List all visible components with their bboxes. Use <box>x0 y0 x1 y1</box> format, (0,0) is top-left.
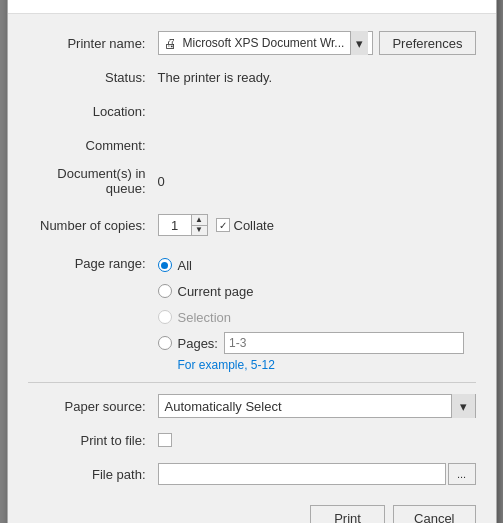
paper-source-label: Paper source: <box>28 399 158 414</box>
file-path-label: File path: <box>28 467 158 482</box>
print-dialog: Print × Printer name: 🖨 Microsoft XPS Do… <box>7 0 497 523</box>
copies-row: Number of copies: 1 ▲ ▼ Collate <box>28 212 476 238</box>
file-path-input[interactable] <box>158 463 446 485</box>
status-label: Status: <box>28 70 158 85</box>
print-to-file-checkbox[interactable] <box>158 433 172 447</box>
spin-buttons: ▲ ▼ <box>191 215 207 235</box>
spin-down-button[interactable]: ▼ <box>192 226 207 236</box>
printer-name-control: 🖨 Microsoft XPS Document Wr... ▾ Prefere… <box>158 31 476 55</box>
radio-selection-label: Selection <box>178 310 231 325</box>
pages-hint: For example, 5-12 <box>158 358 476 372</box>
bottom-buttons: Print Cancel <box>28 499 476 523</box>
page-range-section: Page range: All Current page Selection <box>28 254 476 372</box>
radio-all-label: All <box>178 258 192 273</box>
cancel-button[interactable]: Cancel <box>393 505 475 523</box>
paper-source-value: Automatically Select <box>159 399 451 414</box>
titlebar: Print × <box>8 0 496 14</box>
radio-all[interactable] <box>158 258 172 272</box>
collate-checkbox-row: Collate <box>216 218 274 233</box>
printer-icon: 🖨 <box>163 35 179 51</box>
status-value: The printer is ready. <box>158 70 476 85</box>
copies-value: 1 <box>159 215 191 235</box>
radio-current-row: Current page <box>158 280 476 302</box>
copies-spinner[interactable]: 1 ▲ ▼ <box>158 214 208 236</box>
location-label: Location: <box>28 104 158 119</box>
documents-in-queue-value: 0 <box>158 174 476 189</box>
radio-pages-label: Pages: <box>178 336 218 351</box>
documents-in-queue-label: Document(s) in queue: <box>28 166 158 196</box>
paper-source-arrow[interactable]: ▾ <box>451 394 475 418</box>
documents-in-queue-row: Document(s) in queue: 0 <box>28 166 476 196</box>
printer-name-label: Printer name: <box>28 36 158 51</box>
printer-dropdown[interactable]: 🖨 Microsoft XPS Document Wr... ▾ <box>158 31 374 55</box>
browse-button[interactable]: ... <box>448 463 476 485</box>
pages-input[interactable] <box>224 332 464 354</box>
page-range-label: Page range: <box>28 254 158 271</box>
radio-current-label: Current page <box>178 284 254 299</box>
paper-source-dropdown[interactable]: Automatically Select ▾ <box>158 394 476 418</box>
file-path-row: File path: ... <box>28 461 476 487</box>
close-button[interactable]: × <box>462 0 484 5</box>
radio-selection <box>158 310 172 324</box>
status-row: Status: The printer is ready. <box>28 64 476 90</box>
radio-current[interactable] <box>158 284 172 298</box>
divider <box>28 382 476 383</box>
paper-source-row: Paper source: Automatically Select ▾ <box>28 393 476 419</box>
radio-pages-row: Pages: <box>158 332 476 354</box>
spin-up-button[interactable]: ▲ <box>192 215 207 226</box>
copies-label: Number of copies: <box>28 218 158 233</box>
preferences-button[interactable]: Preferences <box>379 31 475 55</box>
radio-all-row: All <box>158 254 476 276</box>
page-range-options: All Current page Selection Pages: <box>158 254 476 372</box>
radio-selection-row: Selection <box>158 306 476 328</box>
printer-name-row: Printer name: 🖨 Microsoft XPS Document W… <box>28 30 476 56</box>
copies-control: 1 ▲ ▼ Collate <box>158 214 476 236</box>
comment-label: Comment: <box>28 138 158 153</box>
dialog-content: Printer name: 🖨 Microsoft XPS Document W… <box>8 14 496 523</box>
collate-label: Collate <box>234 218 274 233</box>
dialog-title: Print <box>20 0 49 2</box>
printer-dropdown-arrow[interactable]: ▾ <box>350 31 368 55</box>
print-to-file-row: Print to file: <box>28 427 476 453</box>
printer-name-text: Microsoft XPS Document Wr... <box>183 36 347 50</box>
collate-checkbox[interactable] <box>216 218 230 232</box>
radio-pages[interactable] <box>158 336 172 350</box>
print-to-file-label: Print to file: <box>28 433 158 448</box>
comment-row: Comment: <box>28 132 476 158</box>
location-row: Location: <box>28 98 476 124</box>
print-button[interactable]: Print <box>310 505 385 523</box>
